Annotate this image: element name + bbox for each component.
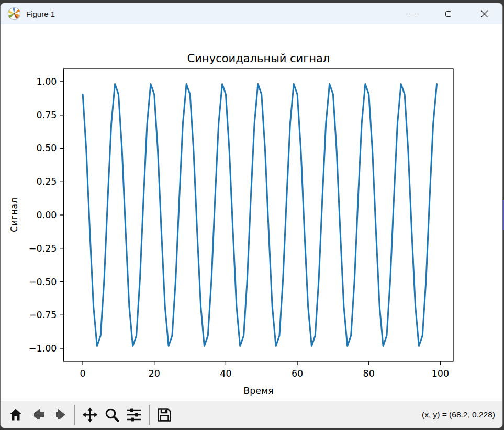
home-icon xyxy=(8,408,23,422)
y-tick-label: 0.00 xyxy=(37,210,57,220)
plot-title: Синусоидальный сигнал xyxy=(187,52,330,65)
matplotlib-logo-icon xyxy=(7,7,21,20)
maximize-button[interactable] xyxy=(430,3,466,24)
sliders-icon xyxy=(126,407,142,423)
pan-arrows-icon xyxy=(82,407,98,423)
window-titlebar[interactable]: Figure 1 xyxy=(1,3,502,24)
plot-svg: 0204060801001.000.750.500.250.00−0.25−0.… xyxy=(1,24,503,401)
y-tick-label: 0.50 xyxy=(37,143,57,153)
y-axis-label: Сигнал xyxy=(9,198,19,232)
save-button[interactable] xyxy=(154,403,174,426)
y-tick-label: 1.00 xyxy=(37,76,57,87)
x-tick-label: 60 xyxy=(292,368,303,379)
desktop-background: Figure 1 0204060801001.000.750. xyxy=(0,0,504,430)
home-button[interactable] xyxy=(6,403,26,426)
back-button[interactable] xyxy=(28,403,48,426)
close-button[interactable] xyxy=(466,3,502,24)
y-tick-label: −0.25 xyxy=(29,243,57,254)
signal-line xyxy=(83,84,437,346)
figure-canvas[interactable]: 0204060801001.000.750.500.250.00−0.25−0.… xyxy=(1,24,503,401)
close-icon xyxy=(480,10,488,18)
x-tick-label: 0 xyxy=(80,368,85,379)
x-tick-label: 20 xyxy=(149,368,160,379)
minimize-icon xyxy=(409,14,416,14)
y-tick-label: −0.75 xyxy=(29,310,57,320)
toolbar-separator xyxy=(74,405,75,425)
x-axis-label: Время xyxy=(243,386,274,396)
navigation-toolbar: (x, y) = (68.2, 0.228) xyxy=(1,401,503,428)
zoom-magnifier-icon xyxy=(104,407,120,423)
x-tick-label: 100 xyxy=(432,368,449,379)
toolbar-separator xyxy=(149,405,150,425)
minimize-button[interactable] xyxy=(394,3,430,24)
axes-frame xyxy=(64,69,454,361)
y-tick-label: −0.50 xyxy=(29,277,57,287)
window-controls xyxy=(394,3,502,24)
forward-button[interactable] xyxy=(50,403,70,426)
maximize-icon xyxy=(445,11,451,17)
window-title: Figure 1 xyxy=(26,9,55,18)
save-floppy-icon xyxy=(156,407,172,423)
y-tick-label: 0.75 xyxy=(37,110,57,120)
back-arrow-icon xyxy=(30,407,46,423)
y-tick-label: −1.00 xyxy=(29,343,57,354)
axes-layer: 0204060801001.000.750.500.250.00−0.25−0.… xyxy=(29,69,453,379)
x-tick-label: 80 xyxy=(363,368,375,379)
figure-window: Figure 1 0204060801001.000.750. xyxy=(0,3,503,428)
y-tick-label: 0.25 xyxy=(37,176,57,187)
zoom-button[interactable] xyxy=(102,403,122,426)
x-tick-label: 40 xyxy=(220,368,231,379)
forward-arrow-icon xyxy=(52,407,68,423)
pan-button[interactable] xyxy=(80,403,100,426)
configure-subplots-button[interactable] xyxy=(124,403,144,426)
cursor-position-status: (x, y) = (68.2, 0.228) xyxy=(422,401,495,428)
